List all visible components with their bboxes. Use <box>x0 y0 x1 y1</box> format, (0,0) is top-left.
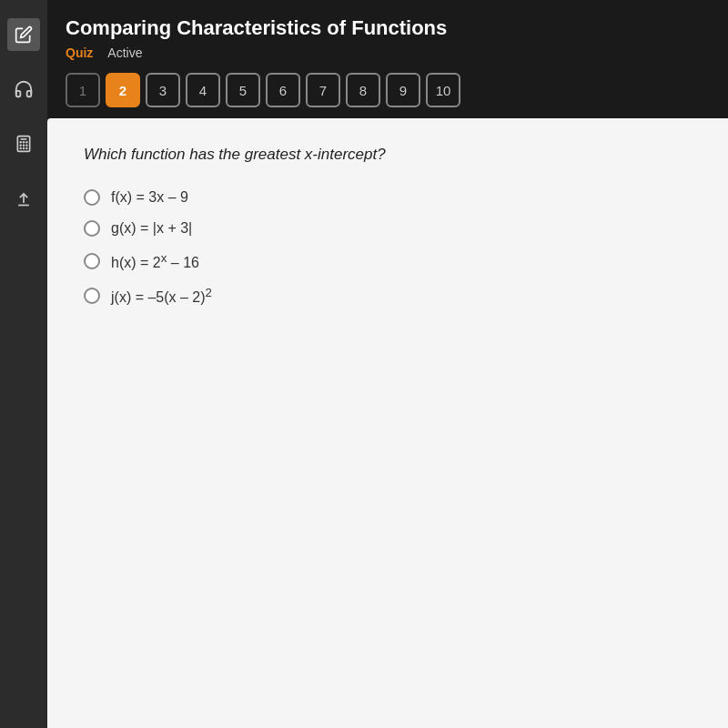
questions-nav: 1 2 3 4 5 6 7 8 9 10 <box>47 73 728 118</box>
question-num-10[interactable]: 10 <box>426 73 460 107</box>
sidebar <box>0 0 47 728</box>
pencil-icon[interactable] <box>7 18 40 51</box>
question-num-5[interactable]: 5 <box>226 73 260 107</box>
main-content: Comparing Characteristics of Functions Q… <box>47 0 728 728</box>
option-b[interactable]: g(x) = |x + 3| <box>84 220 692 237</box>
breadcrumb-quiz[interactable]: Quiz <box>66 46 93 60</box>
option-c-label: h(x) = 2x – 16 <box>111 251 199 271</box>
breadcrumb: Quiz Active <box>66 46 710 60</box>
option-b-label: g(x) = |x + 3| <box>111 220 192 237</box>
header: Comparing Characteristics of Functions Q… <box>47 0 728 73</box>
question-num-6[interactable]: 6 <box>266 73 300 107</box>
option-a-label: f(x) = 3x – 9 <box>111 189 188 206</box>
upload-icon[interactable] <box>7 182 40 215</box>
radio-b[interactable] <box>84 220 100 237</box>
question-num-1[interactable]: 1 <box>66 73 100 107</box>
page-title: Comparing Characteristics of Functions <box>66 16 710 40</box>
question-num-2[interactable]: 2 <box>106 73 140 107</box>
option-d-label: j(x) = –5(x – 2)2 <box>111 286 212 306</box>
radio-d[interactable] <box>84 288 100 304</box>
radio-c[interactable] <box>84 253 100 269</box>
headphone-icon[interactable] <box>7 73 40 106</box>
options-list: f(x) = 3x – 9 g(x) = |x + 3| h(x) = 2x –… <box>84 189 692 307</box>
option-c[interactable]: h(x) = 2x – 16 <box>84 251 692 271</box>
question-num-8[interactable]: 8 <box>346 73 380 107</box>
content-card: Which function has the greatest x-interc… <box>47 118 728 728</box>
question-num-9[interactable]: 9 <box>386 73 420 107</box>
option-d[interactable]: j(x) = –5(x – 2)2 <box>84 286 692 306</box>
question-num-7[interactable]: 7 <box>306 73 340 107</box>
question-num-3[interactable]: 3 <box>146 73 180 107</box>
question-text: Which function has the greatest x-interc… <box>84 146 692 164</box>
calculator-icon[interactable] <box>7 127 40 160</box>
breadcrumb-active: Active <box>107 46 142 60</box>
option-a[interactable]: f(x) = 3x – 9 <box>84 189 692 206</box>
question-num-4[interactable]: 4 <box>186 73 220 107</box>
radio-a[interactable] <box>84 189 100 206</box>
